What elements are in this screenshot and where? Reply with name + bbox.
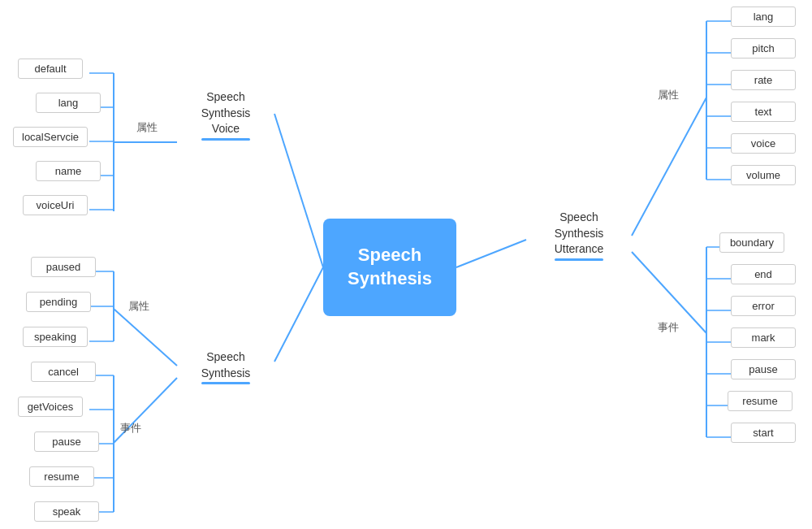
leaf-ssu-boundary: boundary — [719, 232, 784, 253]
leaf-ssu-error: error — [731, 296, 796, 316]
leaf-ssv-default: default — [18, 59, 83, 79]
leaf-ss-cancel: cancel — [31, 362, 96, 382]
leaf-ssv-voiceuri: voiceUri — [23, 195, 88, 215]
leaf-ssv-localservcie: localServcie — [13, 127, 88, 147]
leaf-ssu-volume: volume — [731, 165, 796, 185]
leaf-ss-paused: paused — [31, 257, 96, 277]
center-node: Speech Synthesis — [323, 219, 456, 316]
leaf-ssu-pause: pause — [731, 359, 796, 379]
leaf-ss-speaking: speaking — [23, 327, 88, 347]
leaf-ssv-lang: lang — [36, 93, 101, 113]
leaf-ssu-pitch: pitch — [731, 38, 796, 59]
ss-sublabel-event: 事件 — [120, 421, 141, 436]
mind-map-diagram: Speech Synthesis SpeechSynthesisVoice 属性… — [0, 0, 812, 529]
leaf-ssu-mark: mark — [731, 327, 796, 348]
leaf-ssv-name: name — [36, 161, 101, 181]
svg-line-10 — [114, 309, 177, 366]
leaf-ssu-end: end — [731, 264, 796, 284]
ssv-label: SpeechSynthesisVoice — [201, 89, 251, 137]
leaf-ss-resume: resume — [29, 466, 94, 487]
leaf-ssu-resume: resume — [728, 391, 793, 411]
leaf-ssu-rate: rate — [731, 70, 796, 90]
ssu-node: SpeechSynthesisUtterance — [526, 210, 632, 258]
svg-line-22 — [632, 98, 706, 236]
ssv-sublabel: 属性 — [136, 120, 158, 135]
ss-underline — [201, 382, 251, 384]
leaf-ss-pending: pending — [26, 292, 91, 312]
leaf-ss-speak: speak — [34, 501, 99, 522]
svg-line-0 — [274, 114, 323, 267]
leaf-ssu-start: start — [731, 423, 796, 443]
ssu-label: SpeechSynthesisUtterance — [555, 210, 604, 258]
leaf-ssu-text: text — [731, 102, 796, 122]
leaf-ss-pause: pause — [34, 431, 99, 452]
ssv-underline — [201, 138, 251, 141]
svg-line-2 — [456, 240, 526, 267]
ss-node: SpeechSynthesis — [177, 349, 274, 381]
leaf-ssu-lang: lang — [731, 7, 796, 27]
ssu-sublabel-attr: 属性 — [658, 88, 679, 102]
leaf-ssu-voice: voice — [731, 133, 796, 154]
ssu-underline — [555, 258, 604, 261]
center-label: Speech Synthesis — [323, 244, 456, 290]
ss-sublabel-attr: 属性 — [128, 299, 149, 314]
ssu-sublabel-event: 事件 — [658, 320, 679, 335]
ss-label: SpeechSynthesis — [201, 349, 251, 381]
svg-line-1 — [274, 267, 323, 362]
ssv-node: SpeechSynthesisVoice — [177, 89, 274, 137]
leaf-ss-getvoices: getVoices — [18, 397, 83, 417]
